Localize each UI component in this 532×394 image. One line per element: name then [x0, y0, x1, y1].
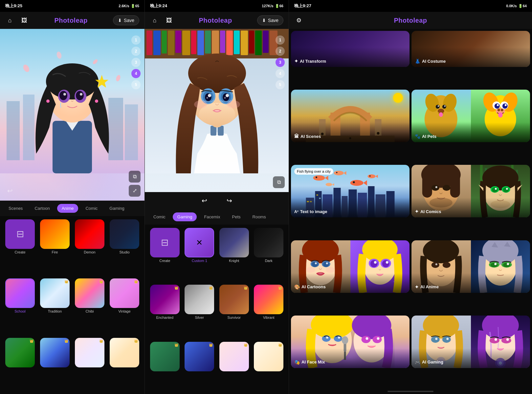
svg-point-107 — [443, 185, 451, 191]
filter-gaming[interactable]: Gaming — [105, 204, 129, 213]
svg-marker-95 — [364, 180, 367, 186]
settings-icon-3[interactable]: ⚙ — [294, 16, 303, 25]
style-vintage[interactable]: 👑 Vintage — [108, 278, 141, 335]
top-nav-3: ⚙ Photoleap — [289, 12, 532, 29]
expand-button-1[interactable]: ⤢ — [129, 185, 141, 197]
save-icon-2: ⬇ — [262, 18, 266, 23]
ai-text2img-card[interactable]: Fish flying over a city A² Text to image — [291, 165, 410, 217]
style-label-knight: Knight — [229, 259, 239, 263]
style-row3d[interactable]: 👑 — [108, 338, 141, 391]
style-create-2[interactable]: ⊟ Create — [149, 228, 181, 282]
svg-point-115 — [482, 165, 518, 190]
style-knight[interactable]: Knight — [218, 228, 250, 282]
step-2-1[interactable]: 1 — [276, 35, 285, 45]
style-row3f[interactable]: 👑 — [184, 342, 216, 391]
svg-point-139 — [370, 260, 377, 267]
filter-facemix-2[interactable]: Facemix — [199, 212, 225, 221]
svg-point-56 — [438, 105, 439, 107]
style-create-1[interactable]: ⊟ Create — [4, 219, 36, 276]
svg-point-149 — [432, 262, 439, 268]
style-tradition[interactable]: 👑 Tradition — [39, 278, 71, 335]
svg-point-133 — [306, 267, 315, 273]
svg-text:✦: ✦ — [366, 255, 368, 259]
step-2-2[interactable]: 2 — [276, 47, 285, 56]
style-demon[interactable]: Demon — [74, 219, 106, 276]
style-row3g[interactable]: 👑 — [218, 342, 250, 391]
ai-cartoons-card[interactable]: ✦ ✦ ✦ ✦ 🎨 AI Cartoons — [291, 240, 410, 293]
redo-button-2[interactable]: ↪ — [223, 195, 235, 207]
style-silver[interactable]: 👑 Silver — [184, 285, 216, 339]
filter-scenes[interactable]: Scenes — [4, 204, 27, 213]
style-row3a[interactable]: 👑 — [4, 338, 36, 391]
save-label-1: Save — [124, 18, 134, 23]
ai-gaming-card[interactable]: 🎮 AI Gaming — [411, 316, 530, 368]
filter-pets-2[interactable]: Pets — [228, 212, 245, 221]
ai-cartoons-icon: 🎨 — [294, 284, 300, 290]
home-icon-2[interactable]: ⌂ — [150, 16, 159, 25]
split-view-button-1[interactable]: ⧉ — [129, 171, 141, 183]
style-label-vibrant: Vibrant — [263, 316, 275, 319]
status-indicators-1: 2.6K/s 🔋65 — [119, 4, 139, 8]
step-3[interactable]: 3 — [131, 58, 141, 67]
style-vibrant[interactable]: 👑 Vibrant — [253, 285, 285, 339]
style-dark[interactable]: Dark — [253, 228, 285, 282]
ai-pets-card[interactable]: 🐾 AI Pets — [411, 90, 530, 142]
style-row3c[interactable]: 👑 — [74, 338, 106, 391]
style-enchanted[interactable]: 👑 Enchanted — [149, 285, 181, 339]
style-label-school: School — [14, 309, 26, 313]
svg-text:✦: ✦ — [390, 254, 393, 257]
svg-point-184 — [446, 338, 449, 340]
step-2[interactable]: 2 — [131, 47, 141, 56]
undo-button-2[interactable]: ↩ — [198, 195, 210, 207]
filter-comic[interactable]: Comic — [81, 204, 102, 213]
style-row3h[interactable]: 👑 — [253, 342, 285, 391]
split-view-button-2[interactable]: ⧉ — [273, 176, 285, 188]
style-grid-2: ⊟ Create ✕ Custom 1 Knight Dark 👑 Enchan… — [145, 225, 289, 394]
status-bar-1: 晚上9:25 2.6K/s 🔋65 — [0, 0, 144, 12]
save-button-2[interactable]: ⬇ Save — [257, 15, 283, 25]
step-5[interactable]: 5 — [131, 80, 141, 89]
filter-comic-2[interactable]: Comic — [149, 212, 170, 221]
filter-anime[interactable]: Anime — [57, 204, 78, 213]
step-4[interactable]: 4 — [131, 69, 141, 78]
status-bar-2: 晚上9:24 127K/s 🔋66 — [145, 0, 289, 12]
svg-rect-3 — [108, 98, 123, 160]
undo-redo-bar: ↩ ↪ — [145, 192, 289, 209]
save-button-1[interactable]: ⬇ Save — [113, 15, 139, 25]
ai-facemix-card[interactable]: 🎭 AI Face Mix — [291, 316, 410, 368]
ai-costume-card[interactable]: 👗 AI Costume — [411, 31, 530, 67]
home-icon-1[interactable]: ⌂ — [5, 16, 14, 25]
style-row3b[interactable]: 👑 — [39, 338, 71, 391]
filter-cartoon[interactable]: Cartoon — [30, 204, 54, 213]
card-overlay-scenes — [291, 122, 410, 142]
style-fire[interactable]: Fire — [39, 219, 71, 276]
filter-gaming-2[interactable]: Gaming — [173, 212, 197, 221]
step-2-5[interactable]: 5 — [276, 80, 285, 89]
style-chibi[interactable]: 👑 Chibi — [74, 278, 106, 335]
ai-transform-label: ✦ AI Transform — [294, 58, 326, 64]
ai-transform-card[interactable]: ✦ AI Transform — [291, 31, 410, 67]
ai-scenes-card[interactable]: 🏛 AI Scenes — [291, 90, 410, 142]
style-custom1[interactable]: ✕ Custom 1 — [184, 228, 216, 282]
step-1[interactable]: 1 — [131, 35, 141, 45]
gallery-icon-1[interactable]: 🖼 — [20, 16, 29, 25]
undo-button-1[interactable]: ↩ — [4, 185, 16, 197]
style-label-create-1: Create — [14, 250, 25, 254]
svg-point-171 — [342, 336, 348, 344]
step-2-4[interactable]: 4 — [276, 69, 285, 78]
ai-comics-card[interactable]: ✦ AI Comics — [411, 165, 530, 217]
filter-rooms-2[interactable]: Rooms — [248, 212, 271, 221]
style-school[interactable]: School — [4, 278, 36, 335]
ai-anime-card[interactable]: ✦ AI Anime — [411, 240, 530, 293]
style-survivor[interactable]: 👑 Survivor — [218, 285, 250, 339]
gallery-icon-2[interactable]: 🖼 — [165, 16, 174, 25]
step-2-3[interactable]: 3 — [276, 58, 285, 67]
style-studio[interactable]: Studio — [108, 219, 141, 276]
card-overlay-text2img — [291, 198, 410, 217]
svg-point-150 — [443, 262, 451, 268]
svg-point-159 — [490, 263, 498, 267]
svg-point-100 — [326, 183, 332, 186]
style-row3e[interactable]: 👑 — [149, 342, 181, 391]
style-label-studio: Studio — [119, 250, 129, 254]
main-image-1: 1 2 3 4 5 ⤢ ⧉ ↩ — [0, 29, 144, 201]
